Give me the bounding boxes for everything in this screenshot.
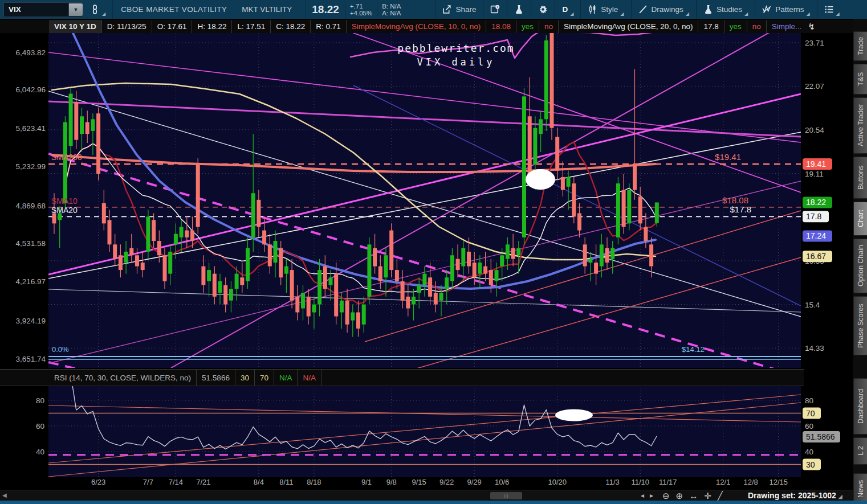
sidebar-tab-news[interactable]: News [853,473,867,504]
candle-body [262,231,266,245]
timeframe-button[interactable]: D◢ [555,0,580,19]
sidebar-tab-active-trader[interactable]: Active Trader [853,97,867,154]
candle-body [406,297,410,309]
candle-body [312,305,316,313]
pan-right-icon[interactable]: ▸ [650,491,659,499]
sidebar-tab-option-chain[interactable]: Option Chain [853,239,867,293]
symbol-value[interactable]: VIX [4,5,68,14]
rsi-right-axis-label: 40 [805,448,813,456]
candle-body [356,313,360,329]
analysis-tools-button[interactable] [507,0,531,19]
candle-body [74,102,78,140]
calendar-events-button[interactable]: i [483,0,507,19]
ohlc-close: C: 18.22 [271,20,311,33]
sma20-study-label[interactable]: SimpleMovingAvg (CLOSE, 20, 0, no) [559,20,698,33]
candle-body [163,255,167,281]
right-sidebar: TradeT&SActive TraderButtonsChartOption … [853,19,867,504]
sma200-label: SMA200 [51,153,82,162]
symbol-dropdown-button[interactable]: ▼ [68,3,83,16]
drawing-cursor-icon[interactable]: ↯ [808,20,815,33]
scroll-left-arrow[interactable]: ◀ [2,492,7,498]
scrollbar-thumb[interactable]: ||| [490,492,522,499]
sidebar-tab-phase-scores[interactable]: Phase Scores [853,296,867,355]
drawings-button[interactable]: Drawings◢ [632,0,696,19]
share-button[interactable]: Share [435,0,483,19]
sidebar-tab-buttons[interactable]: Buttons [853,157,867,199]
draw-line-icon[interactable]: ╱ [718,491,723,501]
candle-body [340,301,344,313]
candle-body [345,301,349,325]
candle-body [539,119,543,134]
candle-body [384,255,388,277]
left-axis-label: 3,651.74 [15,355,46,363]
candle-body [483,267,487,274]
right-axis-label: 15.4 [805,301,820,309]
bid-ask: B: N/AA: N/A [377,3,405,17]
sma10-study-label[interactable]: SimpleMovingAvg (CLOSE, 10, 0, no) [347,20,486,33]
drawing-set-selector[interactable]: Drawing set: 2025-1002 ◢ [748,491,842,500]
rsi-study-label[interactable]: RSI (14, 70, 30, CLOSE, WILDERS, no) [49,370,197,386]
sidebar-tab-trade[interactable]: Trade [853,31,867,61]
candle-body [108,220,112,244]
zoom-out-icon[interactable]: ⊖ [662,491,670,501]
rsi-strip: RSI (14, 70, 30, CLOSE, WILDERS, no) 51.… [0,369,804,386]
main-plot-bg [48,33,801,368]
more-studies-label[interactable]: Simple... [767,20,807,33]
candle-body [434,293,438,305]
link-button[interactable]: ◢ [83,0,112,19]
chart-menu-button[interactable]: ◢ [817,0,846,19]
top-toolbar: VIX ▼ ◢ CBOE MARKET VOLATILITY MKT VLTIL… [0,0,867,19]
candle-body [555,137,559,170]
candle-body [495,270,499,281]
link-icon [90,5,100,14]
candle-body [174,234,178,245]
chart-symbol-timeframe: VIX 10 Y 1D [49,20,102,33]
studies-button[interactable]: Studies◢ [697,0,755,19]
price-badge-text: 19.41 [806,159,826,169]
sidebar-tab-l-2[interactable]: L 2 [853,437,867,465]
candle-body [284,267,288,274]
candle-body [533,128,537,165]
candle-body [135,255,139,266]
sidebar-tab-t-s[interactable]: T&S [853,64,867,95]
candle-body [378,267,382,281]
sma10-show-toggle[interactable]: yes [516,20,539,33]
exchange-label: MKT VLTILITY [242,5,306,14]
zoom-in-icon[interactable]: ⊕ [676,491,683,501]
candle-body [395,270,399,281]
main-chart[interactable]: $19.41$18.08$17.8SMA200SMA10SMA200.0%$14… [0,19,853,490]
rsi-low-level[interactable]: 30 [235,370,255,386]
left-axis-label: 4,869.68 [15,202,46,210]
pan-crosshair-icon[interactable]: ✛ [704,491,711,501]
right-axis-label: 22.07 [805,82,824,91]
candle-body [655,202,659,223]
candle-body [290,270,294,301]
chart-scrollbar[interactable]: ◀ ||| ◂▸ ⊖ ⊕ ↔ ✛ ╱ Drawing set: 2025-100… [0,490,853,501]
rsi-plot-bg [48,385,801,477]
pan-left-icon[interactable]: ◂ [641,491,650,499]
sma20-show-toggle[interactable]: yes [724,20,747,33]
sidebar-tab-chart[interactable]: Chart [853,202,867,236]
x-axis-label: 7/21 [196,478,210,486]
x-axis-label: 9/22 [439,478,454,486]
candle-body [450,255,454,281]
expand-horizontal-icon[interactable]: ↔ [689,491,698,501]
x-axis-label: 8/11 [279,478,293,486]
fib-price-label: $14.12 [682,345,705,354]
pencil-icon [638,5,648,14]
sidebar-tab-dashboard[interactable]: Dashboard [853,378,867,435]
fib-percent-label: 0.0% [52,345,69,354]
sma10-hide-toggle[interactable]: no [539,20,559,33]
x-axis-label: 8/4 [254,478,264,486]
style-button[interactable]: Style◢ [581,0,630,19]
rsi-high-level[interactable]: 70 [255,370,274,386]
x-axis-label: 12/15 [769,478,788,486]
patterns-button[interactable]: Patterns◢ [755,0,816,19]
sma20-hide-toggle[interactable]: no [747,20,767,33]
flask-icon [514,5,524,14]
x-axis-label: 9/8 [386,478,397,486]
settings-button[interactable] [531,0,555,19]
symbol-input[interactable]: VIX ▼ [3,2,83,17]
candlestick-icon [588,5,597,14]
candle-body [583,244,587,266]
